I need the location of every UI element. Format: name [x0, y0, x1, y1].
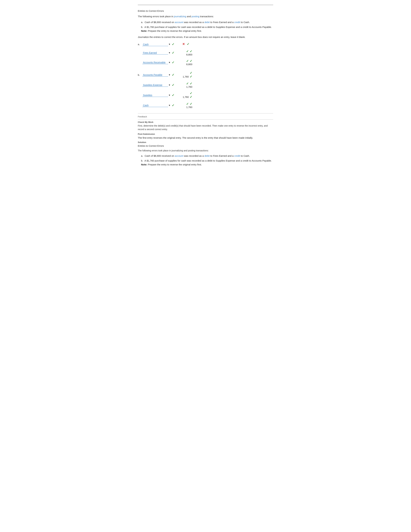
se-amount-row: 1,760 — [186, 86, 192, 88]
cash-b4-checks: ✓ ✓ — [186, 102, 192, 106]
section-title: Entries to Correct Errors — [138, 10, 273, 12]
account-wrap-b3: Supplies Cash Accounts Payable Supplies … — [142, 93, 175, 97]
account-check-b4: ✓ — [172, 104, 174, 107]
posting-link[interactable]: posting — [192, 15, 199, 18]
entry-row-a2: Fees Earned Cash Accounts Receivable ▼ ✓… — [138, 49, 273, 56]
entry-label-a: a. — [138, 43, 142, 46]
account-check-b3: ✓ — [172, 93, 174, 97]
fees-earned-credit-value: 8,800 — [186, 53, 192, 56]
debit-check-b1: ✓ — [190, 71, 192, 75]
solution-note-b: Note: — [141, 163, 147, 166]
fees-earned-checks: ✓ ✓ — [186, 49, 192, 53]
debit-x-a: ✕ — [182, 42, 185, 46]
ap-checks: ✓ — [190, 71, 192, 75]
account-wrap-a3: Accounts Receivable Cash Fees Earned ▼ ✓ — [142, 61, 175, 64]
dropdown-arrow-a1: ▼ — [168, 43, 170, 46]
solution-list: a. Cash of $8,800 received on account wa… — [138, 154, 273, 167]
account-wrap-a1: Cash Fees Earned Accounts Receivable ▼ ✓ — [142, 42, 175, 46]
account-check-b1: ✓ — [172, 73, 174, 77]
account-select-a2[interactable]: Fees Earned Cash Accounts Receivable — [142, 51, 168, 55]
supplies-amount-row: 1,760 ✓ — [183, 95, 192, 99]
feedback-divider — [138, 119, 273, 120]
feedback-section: Feedback Check My Work First, determine … — [138, 113, 273, 167]
solution-label: Solution — [138, 141, 273, 143]
account-wrap-a2: Fees Earned Cash Accounts Receivable ▼ ✓ — [142, 51, 175, 55]
check-my-work-text: First, determine the debit(s) and credit… — [138, 124, 273, 131]
account-check-a3: ✓ — [172, 61, 174, 64]
account-check-b2: ✓ — [172, 83, 174, 87]
solution-list-item-a: a. Cash of $8,800 received on account wa… — [141, 154, 273, 158]
credit-check-b4: ✓ — [190, 102, 192, 106]
post-submission-label: Post-Submission — [138, 133, 273, 135]
entry-row-b2: Supplies Expense Accounts Payable Cash S… — [138, 82, 273, 88]
credit-check-a3: ✓ — [190, 59, 192, 63]
intro-text: The following errors took place in journ… — [138, 15, 273, 18]
account-link-a[interactable]: account — [175, 21, 183, 24]
problem-list: a. Cash of $8,800 received on account wa… — [138, 20, 273, 33]
dropdown-arrow-b1: ▼ — [168, 74, 170, 76]
solution-credit-link-a[interactable]: credit — [234, 154, 240, 157]
account-select-b2[interactable]: Supplies Expense Accounts Payable Cash S… — [142, 83, 168, 87]
account-check-a2: ✓ — [172, 51, 174, 55]
entry-row-a1: a. Cash Fees Earned Accounts Receivable … — [138, 42, 273, 46]
se-checks: ✓ ✓ — [186, 82, 192, 86]
solution-debit-link-a[interactable]: debit — [204, 154, 210, 157]
debit-check-b4: ✓ — [186, 102, 189, 106]
ap-debit-value: 1,760 — [183, 75, 189, 78]
credit-check-a2: ✓ — [190, 49, 192, 53]
entry-row-a3: Accounts Receivable Cash Fees Earned ▼ ✓… — [138, 59, 273, 66]
account-select-b4[interactable]: Cash Supplies Accounts Payable Supplies … — [142, 104, 168, 107]
credit-link-a[interactable]: credit — [234, 21, 240, 24]
entry-row-b4: Cash Supplies Accounts Payable Supplies … — [138, 102, 273, 108]
entry-row-b3: Supplies Cash Accounts Payable Supplies … — [138, 91, 273, 99]
solution-title: Entries to Correct Errors — [138, 144, 273, 147]
ap-amount-row: 1,760 ✓ — [183, 75, 192, 78]
supplies-checks: ✓ — [190, 91, 192, 95]
dropdown-arrow-b2: ▼ — [168, 84, 170, 86]
credit-check-header-a: ✓ — [187, 42, 189, 46]
note-b: Note: — [141, 29, 147, 32]
ar-checks: ✓ ✓ — [186, 59, 192, 63]
header-checks-a: ✕ ✓ — [182, 42, 189, 46]
account-wrap-b2: Supplies Expense Accounts Payable Cash S… — [142, 83, 175, 87]
account-select-b3[interactable]: Supplies Cash Accounts Payable Supplies … — [142, 93, 168, 97]
list-item-a: a. Cash of $8,800 received on account wa… — [141, 20, 273, 24]
feedback-label: Feedback — [138, 115, 273, 118]
solution-intro: The following errors took place in journ… — [138, 149, 273, 152]
entry-row-b1: b. Accounts Payable Supplies Expense Cas… — [138, 71, 273, 78]
dropdown-arrow-a3: ▼ — [168, 61, 170, 64]
ar-amount-row: 8,800 — [186, 63, 192, 66]
solution-account-link-a[interactable]: account — [175, 154, 183, 157]
account-select-a1[interactable]: Cash Fees Earned Accounts Receivable — [142, 43, 168, 46]
debit-check-a2: ✓ — [186, 49, 189, 53]
dropdown-arrow-b4: ▼ — [168, 104, 170, 106]
supplies-amount-check: ✓ — [190, 95, 192, 99]
ap-amount-check: ✓ — [190, 75, 192, 78]
dropdown-arrow-b3: ▼ — [168, 94, 170, 96]
dropdown-arrow-a2: ▼ — [168, 52, 170, 54]
entries-area: a. Cash Fees Earned Accounts Receivable … — [138, 42, 273, 108]
se-credit-value: 1,760 — [186, 86, 192, 88]
ar-debit-value: 8,800 — [186, 63, 192, 66]
account-check-a1: ✓ — [172, 42, 174, 46]
fees-earned-amount-row: 8,800 — [186, 53, 192, 56]
journalize-instruction: Journalize the entries to correct the er… — [138, 35, 273, 39]
account-select-a3[interactable]: Accounts Receivable Cash Fees Earned — [142, 61, 168, 64]
solution-list-item-b: b. A $1,760 purchase of supplies for cas… — [141, 159, 273, 167]
cash-b4-credit-value: 1,760 — [186, 106, 192, 108]
account-wrap-b4: Cash Supplies Accounts Payable Supplies … — [142, 104, 175, 107]
supplies-debit-value: 1,760 — [183, 95, 189, 98]
cash-b4-amount-row: 1,760 — [186, 106, 192, 108]
check-my-work-label: Check My Work — [138, 121, 273, 123]
list-item-b: b. A $1,760 purchase of supplies for cas… — [141, 25, 273, 33]
debit-link-a[interactable]: debit — [204, 21, 210, 24]
account-select-b1[interactable]: Accounts Payable Supplies Expense Cash S… — [142, 73, 168, 76]
top-divider — [138, 5, 273, 5]
account-wrap-b1: Accounts Payable Supplies Expense Cash S… — [142, 73, 175, 77]
credit-check-b2: ✓ — [190, 82, 192, 86]
debit-check-b2: ✓ — [186, 82, 189, 86]
journalizing-link[interactable]: journalizing — [174, 15, 186, 18]
entry-label-b: b. — [138, 74, 142, 76]
debit-check-b3: ✓ — [190, 91, 192, 95]
debit-check-a3: ✓ — [186, 59, 189, 63]
